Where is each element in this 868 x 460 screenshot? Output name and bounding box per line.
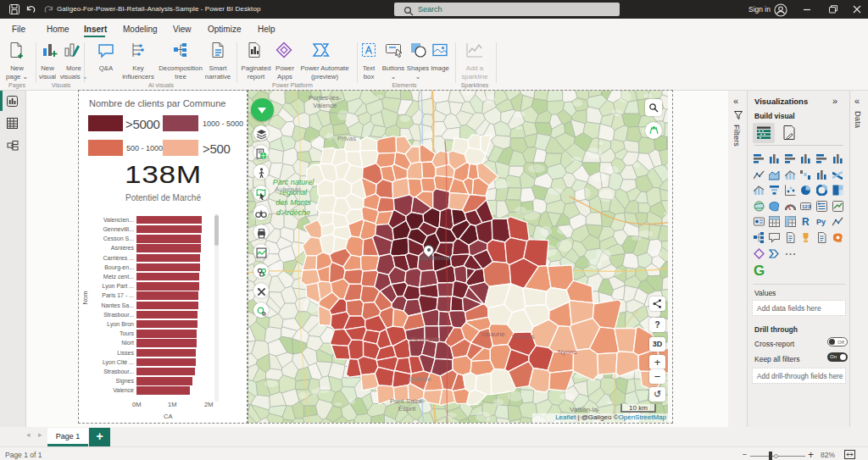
- svg-text:R: R: [802, 216, 810, 227]
- svg-text:Py: Py: [816, 218, 826, 226]
- svg-text:123: 123: [802, 204, 811, 209]
